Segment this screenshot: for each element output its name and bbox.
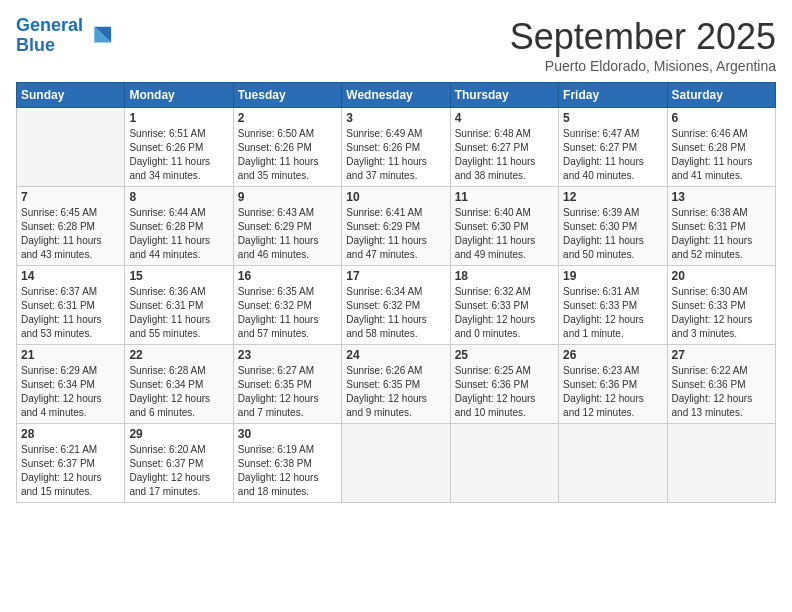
calendar-cell: 10Sunrise: 6:41 AM Sunset: 6:29 PM Dayli…	[342, 187, 450, 266]
weekday-header-wednesday: Wednesday	[342, 83, 450, 108]
week-row-4: 21Sunrise: 6:29 AM Sunset: 6:34 PM Dayli…	[17, 345, 776, 424]
day-info: Sunrise: 6:22 AM Sunset: 6:36 PM Dayligh…	[672, 364, 771, 420]
calendar-cell: 1Sunrise: 6:51 AM Sunset: 6:26 PM Daylig…	[125, 108, 233, 187]
calendar-cell: 2Sunrise: 6:50 AM Sunset: 6:26 PM Daylig…	[233, 108, 341, 187]
calendar-cell: 26Sunrise: 6:23 AM Sunset: 6:36 PM Dayli…	[559, 345, 667, 424]
day-info: Sunrise: 6:21 AM Sunset: 6:37 PM Dayligh…	[21, 443, 120, 499]
day-info: Sunrise: 6:43 AM Sunset: 6:29 PM Dayligh…	[238, 206, 337, 262]
day-info: Sunrise: 6:41 AM Sunset: 6:29 PM Dayligh…	[346, 206, 445, 262]
day-number: 26	[563, 348, 662, 362]
day-info: Sunrise: 6:32 AM Sunset: 6:33 PM Dayligh…	[455, 285, 554, 341]
calendar-cell	[17, 108, 125, 187]
day-info: Sunrise: 6:27 AM Sunset: 6:35 PM Dayligh…	[238, 364, 337, 420]
calendar-cell: 13Sunrise: 6:38 AM Sunset: 6:31 PM Dayli…	[667, 187, 775, 266]
day-info: Sunrise: 6:49 AM Sunset: 6:26 PM Dayligh…	[346, 127, 445, 183]
day-number: 19	[563, 269, 662, 283]
calendar-cell: 24Sunrise: 6:26 AM Sunset: 6:35 PM Dayli…	[342, 345, 450, 424]
calendar-cell: 7Sunrise: 6:45 AM Sunset: 6:28 PM Daylig…	[17, 187, 125, 266]
day-info: Sunrise: 6:46 AM Sunset: 6:28 PM Dayligh…	[672, 127, 771, 183]
calendar-cell: 18Sunrise: 6:32 AM Sunset: 6:33 PM Dayli…	[450, 266, 558, 345]
weekday-header-sunday: Sunday	[17, 83, 125, 108]
week-row-5: 28Sunrise: 6:21 AM Sunset: 6:37 PM Dayli…	[17, 424, 776, 503]
calendar-table: SundayMondayTuesdayWednesdayThursdayFrid…	[16, 82, 776, 503]
day-info: Sunrise: 6:23 AM Sunset: 6:36 PM Dayligh…	[563, 364, 662, 420]
page-header: General Blue September 2025 Puerto Eldor…	[16, 16, 776, 74]
day-number: 25	[455, 348, 554, 362]
day-info: Sunrise: 6:26 AM Sunset: 6:35 PM Dayligh…	[346, 364, 445, 420]
day-number: 21	[21, 348, 120, 362]
calendar-cell: 23Sunrise: 6:27 AM Sunset: 6:35 PM Dayli…	[233, 345, 341, 424]
calendar-cell: 20Sunrise: 6:30 AM Sunset: 6:33 PM Dayli…	[667, 266, 775, 345]
calendar-cell: 17Sunrise: 6:34 AM Sunset: 6:32 PM Dayli…	[342, 266, 450, 345]
calendar-cell: 16Sunrise: 6:35 AM Sunset: 6:32 PM Dayli…	[233, 266, 341, 345]
day-number: 22	[129, 348, 228, 362]
day-info: Sunrise: 6:45 AM Sunset: 6:28 PM Dayligh…	[21, 206, 120, 262]
day-number: 2	[238, 111, 337, 125]
calendar-cell: 28Sunrise: 6:21 AM Sunset: 6:37 PM Dayli…	[17, 424, 125, 503]
day-info: Sunrise: 6:47 AM Sunset: 6:27 PM Dayligh…	[563, 127, 662, 183]
calendar-cell	[667, 424, 775, 503]
logo: General Blue	[16, 16, 113, 56]
calendar-cell: 21Sunrise: 6:29 AM Sunset: 6:34 PM Dayli…	[17, 345, 125, 424]
calendar-cell: 8Sunrise: 6:44 AM Sunset: 6:28 PM Daylig…	[125, 187, 233, 266]
week-row-2: 7Sunrise: 6:45 AM Sunset: 6:28 PM Daylig…	[17, 187, 776, 266]
calendar-cell: 5Sunrise: 6:47 AM Sunset: 6:27 PM Daylig…	[559, 108, 667, 187]
day-number: 1	[129, 111, 228, 125]
day-number: 3	[346, 111, 445, 125]
day-number: 7	[21, 190, 120, 204]
day-number: 8	[129, 190, 228, 204]
day-info: Sunrise: 6:37 AM Sunset: 6:31 PM Dayligh…	[21, 285, 120, 341]
day-number: 5	[563, 111, 662, 125]
calendar-cell: 15Sunrise: 6:36 AM Sunset: 6:31 PM Dayli…	[125, 266, 233, 345]
calendar-cell	[559, 424, 667, 503]
day-number: 14	[21, 269, 120, 283]
day-number: 23	[238, 348, 337, 362]
day-number: 17	[346, 269, 445, 283]
day-number: 18	[455, 269, 554, 283]
day-info: Sunrise: 6:50 AM Sunset: 6:26 PM Dayligh…	[238, 127, 337, 183]
day-info: Sunrise: 6:38 AM Sunset: 6:31 PM Dayligh…	[672, 206, 771, 262]
calendar-cell: 11Sunrise: 6:40 AM Sunset: 6:30 PM Dayli…	[450, 187, 558, 266]
day-info: Sunrise: 6:40 AM Sunset: 6:30 PM Dayligh…	[455, 206, 554, 262]
weekday-header-row: SundayMondayTuesdayWednesdayThursdayFrid…	[17, 83, 776, 108]
logo-icon	[85, 22, 113, 50]
day-info: Sunrise: 6:25 AM Sunset: 6:36 PM Dayligh…	[455, 364, 554, 420]
day-number: 29	[129, 427, 228, 441]
logo-line1: General	[16, 15, 83, 35]
day-info: Sunrise: 6:51 AM Sunset: 6:26 PM Dayligh…	[129, 127, 228, 183]
logo-line2: Blue	[16, 35, 55, 55]
day-info: Sunrise: 6:29 AM Sunset: 6:34 PM Dayligh…	[21, 364, 120, 420]
day-info: Sunrise: 6:48 AM Sunset: 6:27 PM Dayligh…	[455, 127, 554, 183]
day-number: 10	[346, 190, 445, 204]
day-number: 16	[238, 269, 337, 283]
calendar-cell: 9Sunrise: 6:43 AM Sunset: 6:29 PM Daylig…	[233, 187, 341, 266]
weekday-header-tuesday: Tuesday	[233, 83, 341, 108]
day-info: Sunrise: 6:44 AM Sunset: 6:28 PM Dayligh…	[129, 206, 228, 262]
calendar-cell: 29Sunrise: 6:20 AM Sunset: 6:37 PM Dayli…	[125, 424, 233, 503]
day-number: 30	[238, 427, 337, 441]
logo-text: General Blue	[16, 16, 83, 56]
weekday-header-saturday: Saturday	[667, 83, 775, 108]
calendar-cell: 27Sunrise: 6:22 AM Sunset: 6:36 PM Dayli…	[667, 345, 775, 424]
day-info: Sunrise: 6:36 AM Sunset: 6:31 PM Dayligh…	[129, 285, 228, 341]
week-row-3: 14Sunrise: 6:37 AM Sunset: 6:31 PM Dayli…	[17, 266, 776, 345]
day-info: Sunrise: 6:19 AM Sunset: 6:38 PM Dayligh…	[238, 443, 337, 499]
weekday-header-monday: Monday	[125, 83, 233, 108]
day-number: 24	[346, 348, 445, 362]
month-title: September 2025	[510, 16, 776, 58]
day-number: 20	[672, 269, 771, 283]
day-number: 15	[129, 269, 228, 283]
calendar-cell: 3Sunrise: 6:49 AM Sunset: 6:26 PM Daylig…	[342, 108, 450, 187]
calendar-cell: 6Sunrise: 6:46 AM Sunset: 6:28 PM Daylig…	[667, 108, 775, 187]
day-info: Sunrise: 6:35 AM Sunset: 6:32 PM Dayligh…	[238, 285, 337, 341]
day-number: 4	[455, 111, 554, 125]
day-info: Sunrise: 6:20 AM Sunset: 6:37 PM Dayligh…	[129, 443, 228, 499]
calendar-cell: 12Sunrise: 6:39 AM Sunset: 6:30 PM Dayli…	[559, 187, 667, 266]
day-number: 11	[455, 190, 554, 204]
calendar-cell	[450, 424, 558, 503]
calendar-cell: 14Sunrise: 6:37 AM Sunset: 6:31 PM Dayli…	[17, 266, 125, 345]
day-number: 6	[672, 111, 771, 125]
day-info: Sunrise: 6:30 AM Sunset: 6:33 PM Dayligh…	[672, 285, 771, 341]
day-info: Sunrise: 6:39 AM Sunset: 6:30 PM Dayligh…	[563, 206, 662, 262]
weekday-header-thursday: Thursday	[450, 83, 558, 108]
